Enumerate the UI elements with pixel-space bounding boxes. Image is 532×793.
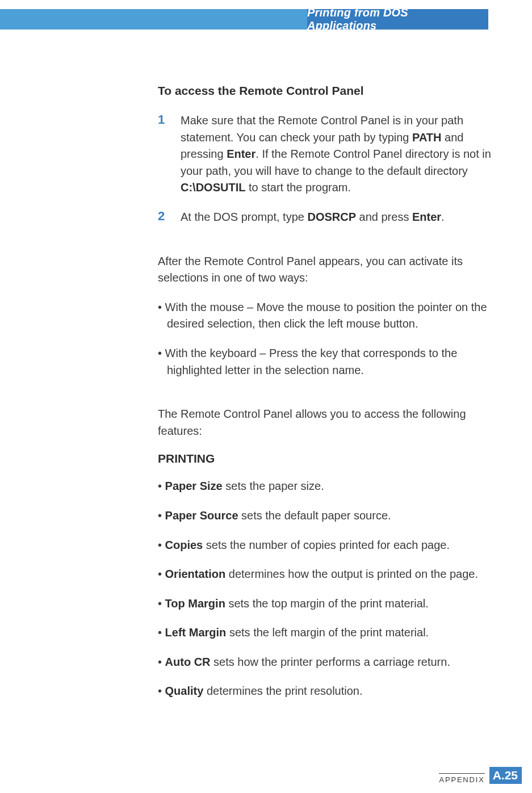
printing-bullet-left-margin: • Left Margin sets the left margin of th… [158, 624, 493, 641]
footer-appendix-label: APPENDIX [439, 773, 484, 784]
label: Paper Source [165, 509, 238, 522]
bold: DOSRCP [307, 211, 356, 223]
footer-page-number: A.25 [489, 767, 522, 784]
step-1: 1 Make sure that the Remote Control Pane… [158, 112, 493, 196]
printing-bullet-quality: • Quality determines the print resolutio… [158, 683, 493, 700]
text: At the DOS prompt, type [181, 211, 307, 223]
printing-bullet-paper-size: • Paper Size sets the paper size. [158, 478, 493, 495]
label: Paper Size [165, 480, 223, 492]
after-paragraph: After the Remote Control Panel appears, … [158, 253, 493, 287]
header-bar-left [0, 9, 307, 30]
text: sets the top margin of the print materia… [225, 597, 429, 610]
printing-bullet-copies: • Copies sets the number of copies print… [158, 537, 493, 554]
label: Orientation [165, 568, 226, 580]
bold: Enter [227, 148, 255, 160]
label: Top Margin [165, 597, 225, 610]
text: sets the left margin of the print materi… [226, 626, 429, 639]
text: sets how the printer performs a carriage… [211, 656, 450, 668]
header-bar: Printing from DOS Applications [0, 9, 488, 30]
step-2-number: 2 [158, 209, 181, 226]
printing-bullet-top-margin: • Top Margin sets the top margin of the … [158, 595, 493, 612]
section-title: To access the Remote Control Panel [158, 84, 493, 98]
text: . [441, 211, 445, 223]
bold: PATH [412, 131, 441, 144]
label: Copies [165, 539, 203, 551]
printing-heading: PRINTING [158, 452, 493, 465]
footer-page-prefix: A. [493, 769, 505, 782]
features-paragraph: The Remote Control Panel allows you to a… [158, 406, 493, 439]
text: sets the default paper source. [238, 509, 391, 522]
text: sets the paper size. [223, 480, 324, 492]
text: determines the print resolution. [203, 685, 362, 697]
header-bar-title: Printing from DOS Applications [307, 9, 488, 30]
page-content: To access the Remote Control Panel 1 Mak… [158, 84, 493, 712]
printing-bullet-orientation: • Orientation determines how the output … [158, 566, 493, 583]
page-footer: APPENDIX A.25 [439, 767, 522, 784]
text: and press [356, 211, 412, 223]
printing-bullet-auto-cr: • Auto CR sets how the printer performs … [158, 654, 493, 671]
step-1-text: Make sure that the Remote Control Panel … [181, 112, 493, 196]
activate-bullet-keyboard: • With the keyboard – Press the key that… [158, 345, 493, 379]
label: Quality [165, 685, 204, 697]
bold: C:\DOSUTIL [181, 181, 245, 194]
step-2-text: At the DOS prompt, type DOSRCP and press… [181, 209, 493, 226]
step-1-number: 1 [158, 112, 181, 196]
step-2: 2 At the DOS prompt, type DOSRCP and pre… [158, 209, 493, 226]
label: Auto CR [165, 656, 211, 668]
label: Left Margin [165, 626, 227, 639]
printing-bullet-paper-source: • Paper Source sets the default paper so… [158, 507, 493, 525]
text: sets the number of copies printed for ea… [203, 539, 450, 551]
bold: Enter [412, 211, 441, 223]
footer-page-num: 25 [505, 769, 518, 782]
text: to start the program. [245, 181, 351, 194]
text: determines how the output is printed on … [225, 568, 478, 580]
activate-bullet-mouse: • With the mouse – Move the mouse to pos… [158, 299, 493, 333]
